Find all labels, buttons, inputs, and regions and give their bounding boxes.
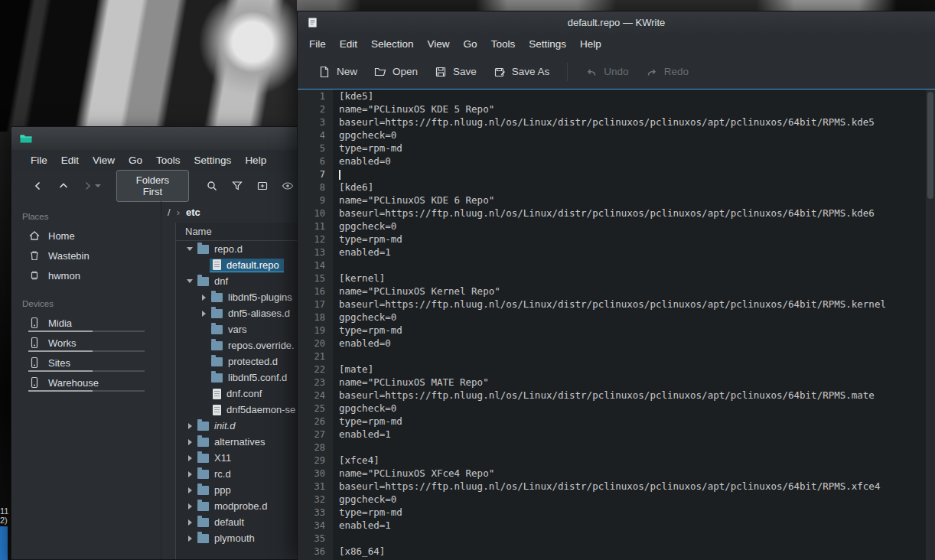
editor-line[interactable]: 10 baseurl=https://ftp.nluug.nl/os/Linux…	[298, 207, 935, 220]
editor-line[interactable]: 9 name="PCLinuxOS KDE 6 Repo"	[298, 194, 935, 207]
taskbar-edge[interactable]	[0, 526, 8, 560]
editor-line[interactable]: 34 enabled=1	[298, 519, 935, 532]
expander-icon[interactable]	[197, 311, 210, 317]
tree-item[interactable]: alternatives	[176, 434, 298, 450]
scrollbar-handle[interactable]	[927, 92, 933, 199]
editor-line[interactable]: 25 gpgcheck=0	[298, 402, 935, 415]
sidebar-device-item[interactable]: Warehouse	[11, 373, 161, 392]
editor-line[interactable]: 18 gpgcheck=0	[298, 311, 935, 324]
menu-item[interactable]: View	[86, 151, 122, 170]
name-column-header[interactable]: Name	[176, 223, 298, 241]
menu-item[interactable]: Edit	[333, 34, 364, 54]
tree-item[interactable]: rc.d	[176, 466, 298, 482]
editor-line[interactable]: 2 name="PCLinuxOS KDE 5 Repo"	[298, 103, 935, 116]
tree-item[interactable]: dnf5-aliases.d	[176, 305, 298, 321]
menu-item[interactable]: File	[24, 151, 54, 170]
editor-line[interactable]: 16 name="PCLinuxOS Kernel Repo"	[298, 285, 935, 298]
tree-item[interactable]: default.repo	[176, 257, 298, 273]
expander-icon[interactable]	[184, 536, 196, 542]
forward-button[interactable]	[79, 175, 104, 197]
menu-item[interactable]: Go	[457, 34, 484, 54]
tree-item[interactable]: X11	[176, 450, 298, 466]
editor-line[interactable]: 17 baseurl=https://ftp.nluug.nl/os/Linux…	[298, 298, 935, 311]
editor-line[interactable]: 22 [mate]	[298, 363, 935, 376]
text-editor-area[interactable]: 1 [kde5] 2 name="PCLinuxOS KDE 5 Repo" 3…	[298, 89, 935, 560]
preview-eye-icon[interactable]	[277, 175, 298, 197]
tree-item[interactable]: protected.d	[176, 353, 298, 370]
file-manager-titlebar[interactable]	[11, 127, 298, 150]
forward-dropdown-caret[interactable]	[95, 184, 101, 187]
tree-item[interactable]: repo.d	[176, 241, 298, 257]
editor-line[interactable]: 29 [xfce4]	[298, 454, 935, 467]
editor-line[interactable]: 21	[298, 350, 935, 363]
filter-icon[interactable]	[226, 175, 247, 197]
tree-item[interactable]: dnf5daemon-se	[176, 402, 298, 418]
tree-item[interactable]: ppp	[176, 482, 298, 498]
editor-scrollbar[interactable]	[926, 90, 935, 560]
editor-line[interactable]: 36 [x86_64]	[298, 545, 935, 558]
editor-line[interactable]: 28	[298, 441, 935, 454]
tree-item[interactable]: init.d	[176, 418, 298, 434]
menu-item[interactable]: Tools	[149, 151, 187, 170]
menu-item[interactable]: Help	[238, 151, 273, 170]
new-button[interactable]: New	[310, 60, 366, 83]
breadcrumb-current[interactable]: etc	[186, 207, 200, 218]
tree-item[interactable]: repos.override.	[176, 337, 298, 353]
expander-icon[interactable]	[184, 455, 196, 461]
expander-icon[interactable]	[184, 439, 196, 445]
editor-line[interactable]: 31 baseurl=https://ftp.nluug.nl/os/Linux…	[298, 480, 935, 493]
back-button[interactable]	[28, 175, 49, 197]
tree-item[interactable]: dnf	[176, 273, 298, 289]
menu-item[interactable]: Tools	[484, 34, 523, 54]
editor-line[interactable]: 5 type=rpm-md	[298, 142, 935, 155]
menu-item[interactable]: File	[302, 34, 333, 54]
editor-line[interactable]: 6 enabled=0	[298, 155, 935, 168]
expander-icon[interactable]	[184, 423, 196, 429]
editor-line[interactable]: 13 enabled=1	[298, 246, 935, 259]
editor-line[interactable]: 35	[298, 532, 935, 545]
sidebar-device-item[interactable]: Sites	[11, 353, 161, 373]
editor-line[interactable]: 20 enabled=0	[298, 337, 935, 350]
expander-icon[interactable]	[184, 503, 196, 510]
editor-line[interactable]: 4 gpgcheck=0	[298, 129, 935, 142]
expander-icon[interactable]	[197, 295, 210, 301]
editor-line[interactable]: 12 type=rpm-md	[298, 233, 935, 246]
editor-line[interactable]: 15 [kernel]	[298, 272, 935, 285]
editor-line[interactable]: 3 baseurl=https://ftp.nluug.nl/os/Linux/…	[298, 116, 935, 129]
breadcrumb-root[interactable]: /	[168, 207, 171, 218]
folders-first-button[interactable]: Folders First	[116, 170, 190, 202]
menu-item[interactable]: Selection	[364, 34, 421, 54]
open-button[interactable]: Open	[366, 60, 426, 83]
menu-item[interactable]: Settings	[522, 34, 573, 54]
editor-line[interactable]: 14	[298, 259, 935, 272]
kwrite-titlebar[interactable]: default.repo — KWrite	[298, 11, 935, 33]
editor-line[interactable]: 1 [kde5]	[298, 90, 935, 103]
menu-item[interactable]: Help	[573, 34, 608, 54]
tree-item[interactable]: default	[176, 514, 298, 530]
editor-line[interactable]: 19 type=rpm-md	[298, 324, 935, 337]
editor-line[interactable]: 33 type=rpm-md	[298, 506, 935, 519]
sidebar-item-hwmon[interactable]: hwmon	[11, 265, 161, 285]
expander-icon[interactable]	[184, 471, 196, 477]
up-button[interactable]	[54, 175, 74, 197]
sidebar-item-wastebin[interactable]: Wastebin	[11, 246, 161, 265]
new-tab-icon[interactable]	[252, 175, 272, 197]
menu-item[interactable]: Go	[122, 151, 149, 170]
save-as-button[interactable]: Save As	[485, 60, 559, 83]
editor-line[interactable]: 23 name="PCLinuxOS MATE Repo"	[298, 376, 935, 389]
tree-item[interactable]: libdnf5-plugins	[176, 289, 298, 305]
editor-line[interactable]: 26 type=rpm-md	[298, 415, 935, 428]
editor-line[interactable]: 11 gpgcheck=0	[298, 220, 935, 233]
tree-item[interactable]: modprobe.d	[176, 498, 298, 514]
sidebar-device-item[interactable]: Midia	[11, 313, 161, 333]
menu-item[interactable]: Edit	[54, 151, 86, 170]
redo-button[interactable]: Redo	[637, 60, 697, 83]
save-button[interactable]: Save	[426, 60, 485, 83]
editor-line[interactable]: 30 name="PCLinuxOS XFce4 Repo"	[298, 467, 935, 480]
menu-item[interactable]: View	[421, 34, 457, 54]
editor-line[interactable]: 24 baseurl=https://ftp.nluug.nl/os/Linux…	[298, 389, 935, 402]
expander-icon[interactable]	[184, 247, 196, 251]
expander-icon[interactable]	[184, 519, 196, 526]
search-icon[interactable]	[201, 175, 222, 197]
tree-item[interactable]: plymouth	[176, 530, 298, 546]
